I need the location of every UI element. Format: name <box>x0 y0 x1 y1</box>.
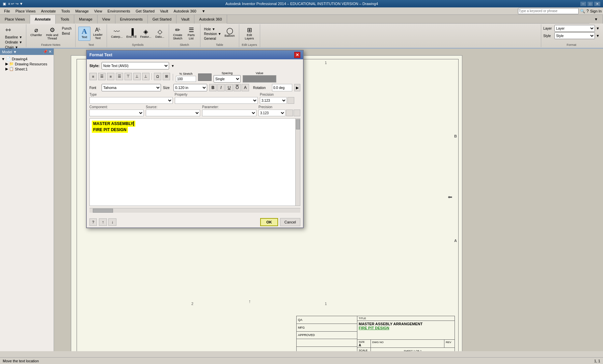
precision2-btn2[interactable] <box>294 110 300 116</box>
bend-btn[interactable]: Bend <box>61 31 73 36</box>
close-btn[interactable]: ✕ <box>594 2 600 6</box>
datum-btn[interactable]: ◇ Datu... <box>154 28 166 39</box>
revision-btn[interactable]: Revision ▼ <box>203 32 222 36</box>
insert-field-btn[interactable]: ⊞ <box>163 73 170 80</box>
font-select[interactable]: Tahoma <box>102 84 161 91</box>
tree-item-drawing-resources[interactable]: ▶ 📁 Drawing Resources <box>5 61 52 66</box>
search-icon[interactable]: 🔍 <box>580 9 585 13</box>
stretch-input[interactable] <box>176 76 196 82</box>
tree-item-sheet1[interactable]: ▶ 📋 Sheet:1 <box>5 66 52 71</box>
parameter-select[interactable] <box>202 110 256 116</box>
color-text-btn[interactable]: A <box>242 84 249 91</box>
text-edit-area[interactable]: MASTER ASSEMBLY FIRE PIT DESIGN <box>89 118 300 206</box>
menu-file[interactable]: File <box>1 8 13 14</box>
text-line1[interactable]: MASTER ASSEMBLY <box>92 121 135 127</box>
align-middle-btn[interactable]: ⊥ <box>133 73 141 80</box>
hscroll-thumb[interactable] <box>93 209 113 213</box>
bold-btn[interactable]: B <box>209 84 217 91</box>
sidebar-pin-btn[interactable]: 📌 <box>43 50 48 54</box>
style-dropdown-icon[interactable]: ▼ <box>596 34 600 38</box>
balloon-btn[interactable]: ◯ Balloon <box>223 27 236 38</box>
end-fill-btn[interactable]: ▐ End Fill <box>125 28 138 39</box>
menu-vault[interactable]: Vault <box>157 8 171 14</box>
create-sketch-btn[interactable]: ✏ CreateSketch <box>172 26 184 41</box>
style-select-dropdown[interactable]: Note Text (ANSI) <box>102 62 169 69</box>
type-select[interactable] <box>89 97 173 104</box>
value-input[interactable] <box>243 75 276 83</box>
move-up-btn[interactable]: ↑ <box>99 218 107 226</box>
leader-text-btn[interactable]: Aᴸ LeaderText <box>92 27 104 41</box>
property-select[interactable] <box>175 97 258 104</box>
cancel-button[interactable]: Cancel <box>280 218 300 226</box>
menu-manage[interactable]: Manage <box>73 8 91 14</box>
ordinate-btn[interactable]: Ordinate ▼ <box>4 40 23 44</box>
insert-sym-btn[interactable]: Ω <box>154 73 161 80</box>
size-select[interactable]: 0.120 in <box>173 84 207 91</box>
rotation-arrow-btn[interactable]: ▶ <box>294 84 300 91</box>
punch-btn[interactable]: Punch <box>61 26 73 31</box>
hole-thread-btn[interactable]: ⚙ Hole andThread <box>45 26 60 41</box>
tab-get-started[interactable]: Get Started <box>148 15 176 24</box>
source-select[interactable] <box>146 110 200 116</box>
menu-get-started[interactable]: Get Started <box>133 8 157 14</box>
maximize-btn[interactable]: □ <box>587 2 593 6</box>
italic-btn[interactable]: I <box>217 84 225 91</box>
hole-dropdown-btn[interactable]: Hole ▼ <box>203 27 222 31</box>
tab-place-views[interactable]: Place Views <box>0 15 30 24</box>
feature-btn[interactable]: ◈ Featur... <box>139 28 153 39</box>
menu-autodesk360[interactable]: Autodesk 360 <box>171 8 199 14</box>
spacing-select[interactable]: Single <box>214 75 241 83</box>
color-swatch[interactable] <box>198 73 212 81</box>
layer-select[interactable]: Layer <box>554 25 595 32</box>
help-btn[interactable]: ? <box>89 218 97 226</box>
precision-btn[interactable] <box>287 97 294 104</box>
baseline-btn[interactable]: Baseline ▼ <box>4 35 23 39</box>
tab-tools[interactable]: Tools <box>56 15 74 24</box>
scrollbar-thumb[interactable] <box>296 119 300 129</box>
menu-environments[interactable]: Environments <box>105 8 133 14</box>
menu-place-views[interactable]: Place Views <box>13 8 38 14</box>
parts-list-btn[interactable]: ☰ PartsList <box>185 26 197 41</box>
text-hscroll[interactable] <box>89 208 300 213</box>
align-right-btn[interactable]: ≡ <box>107 73 114 80</box>
chamfer-btn[interactable]: ⌀ Chamfer <box>29 26 44 38</box>
precision-select[interactable]: 3.123 <box>260 97 287 104</box>
dimension-btn[interactable]: ⇿ <box>4 25 23 34</box>
tab-environments[interactable]: Environments <box>115 15 148 24</box>
tab-vault[interactable]: Vault <box>176 15 194 24</box>
align-left-btn[interactable]: ≡ <box>89 73 97 80</box>
help-icon[interactable]: ? <box>586 9 589 13</box>
overline-btn[interactable]: Ō <box>234 84 241 91</box>
align-top-btn[interactable]: ⊤ <box>125 73 132 80</box>
text-line2[interactable]: FIRE PIT DESIGN <box>92 127 128 133</box>
tab-view[interactable]: View <box>98 15 115 24</box>
style-dropdown-arrow[interactable]: ▼ <box>171 64 174 68</box>
align-bottom-btn[interactable]: ⊥ <box>142 73 149 80</box>
layer-dropdown-icon[interactable]: ▼ <box>596 26 600 30</box>
minimize-btn[interactable]: ─ <box>580 2 586 6</box>
precision2-select[interactable]: 3.123 <box>258 110 285 116</box>
component-select[interactable] <box>89 110 144 116</box>
move-down-btn[interactable]: ↓ <box>108 218 116 226</box>
text-btn[interactable]: A Text <box>78 27 90 41</box>
format-text-dialog[interactable]: Format Text ✕ Style: Note Text (ANSI) ▼ … <box>86 50 304 228</box>
menu-view[interactable]: View <box>91 8 105 14</box>
align-justify-btn[interactable]: ☰ <box>116 73 123 80</box>
tab-annotate[interactable]: Annotate <box>30 15 56 24</box>
sidebar-close-btn[interactable]: ✕ <box>49 50 52 54</box>
text-edit-scrollbar[interactable] <box>295 119 300 206</box>
text-edit-inner[interactable]: MASTER ASSEMBLY FIRE PIT DESIGN <box>90 119 300 135</box>
menu-dropdown[interactable]: ▼ <box>199 8 208 14</box>
general-btn[interactable]: General <box>203 36 222 41</box>
ok-button[interactable]: OK <box>260 218 278 226</box>
dialog-close-btn[interactable]: ✕ <box>294 52 300 58</box>
style-select[interactable]: Style <box>554 32 595 39</box>
align-center-btn[interactable]: ☰ <box>98 73 106 80</box>
tab-autodesk360[interactable]: Autodesk 360 <box>194 15 227 24</box>
titlebar-controls[interactable]: ─ □ ✕ <box>580 2 600 6</box>
menu-tools[interactable]: Tools <box>59 8 73 14</box>
sign-in-btn[interactable]: Sign In <box>590 9 602 13</box>
tab-expand[interactable]: ▼ <box>590 15 603 24</box>
tab-manage[interactable]: Manage <box>74 15 98 24</box>
rotation-input[interactable] <box>272 84 292 91</box>
